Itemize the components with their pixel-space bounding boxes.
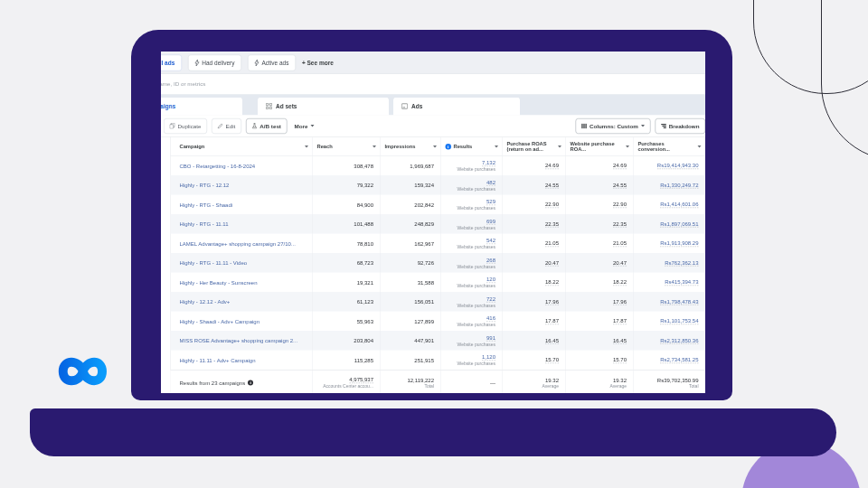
filter-had-delivery[interactable]: Had delivery bbox=[188, 54, 241, 70]
search-bar[interactable]: Search by name, ID or metrics bbox=[161, 74, 705, 95]
purchases-conversion-value[interactable]: Rs2,734,581.25 bbox=[660, 357, 698, 364]
campaign-link[interactable]: Highly - RTG - 11.11 - Video bbox=[180, 259, 248, 266]
results-value[interactable]: 7,132 bbox=[482, 160, 495, 167]
results-value[interactable]: 699 bbox=[486, 218, 495, 225]
footer-sublabel: Accounts Center accou... bbox=[323, 384, 373, 389]
website-purchase-roas-value[interactable]: 20.47 bbox=[613, 259, 627, 267]
ab-test-button[interactable]: A/B test bbox=[246, 118, 288, 134]
purchases-conversion-value[interactable]: Rs1,798,478.43 bbox=[660, 298, 698, 305]
results-value[interactable]: 416 bbox=[486, 315, 495, 323]
column-header-campaign[interactable]: Campaign bbox=[171, 137, 313, 155]
tab-ad-sets[interactable]: Ad sets bbox=[258, 98, 389, 116]
results-sublabel: Website purchases bbox=[458, 264, 495, 269]
campaign-link[interactable]: CBO - Retargetting - 16-8-2024 bbox=[180, 163, 256, 169]
table-row[interactable]: Highly - RTG - 12.12 79,322 159,324 482 … bbox=[171, 175, 705, 195]
campaign-link[interactable]: Highly - Her Beauty - Sunscreen bbox=[180, 279, 258, 286]
column-label: Purchase ROAS (return on ad... bbox=[507, 141, 557, 153]
filter-active-ads[interactable]: Active ads bbox=[248, 54, 296, 70]
results-value[interactable]: 722 bbox=[486, 296, 495, 303]
table-row[interactable]: Highly - RTG - 11.11 101,488 248,829 699… bbox=[171, 214, 705, 234]
columns-button[interactable]: Columns: Custom bbox=[575, 118, 650, 134]
column-header-website-purchase-roas[interactable]: Website purchase ROA... bbox=[566, 137, 634, 155]
tab-campaigns[interactable]: Campaigns bbox=[161, 98, 242, 116]
purchases-conversion-value[interactable]: Rs1,913,908.29 bbox=[660, 240, 698, 248]
column-header-purchase-roas[interactable]: Purchase ROAS (return on ad... bbox=[503, 137, 566, 155]
campaign-link[interactable]: MISS ROSE Advantage+ shopping campaign 2… bbox=[180, 337, 298, 343]
results-value[interactable]: 1,120 bbox=[482, 354, 495, 361]
breakdown-button[interactable]: Breakdown bbox=[655, 118, 705, 134]
results-value[interactable]: 120 bbox=[486, 277, 495, 284]
results-value[interactable]: 482 bbox=[486, 179, 495, 186]
tab-label: Ads bbox=[411, 103, 422, 110]
sort-caret-icon bbox=[495, 145, 498, 148]
see-more-button[interactable]: + See more bbox=[302, 60, 334, 67]
lightning-icon bbox=[194, 60, 199, 66]
purchase-roas-value[interactable]: 15.70 bbox=[545, 357, 559, 364]
more-button[interactable]: More bbox=[291, 123, 316, 129]
purchase-roas-value[interactable]: 17.96 bbox=[545, 298, 559, 305]
website-purchase-roas-value[interactable]: 22.90 bbox=[613, 202, 627, 209]
purchase-roas-value[interactable]: 24.69 bbox=[545, 163, 559, 170]
table-row[interactable]: Highly - Her Beauty - Sunscreen 19,321 3… bbox=[171, 273, 705, 293]
purchase-roas-value[interactable]: 18.22 bbox=[545, 279, 559, 286]
purchases-conversion-value[interactable]: Rs1,330,249.72 bbox=[660, 182, 698, 189]
table-row[interactable]: Highly - 12.12 - Adv+ 61,123 156,051 722… bbox=[171, 292, 705, 312]
website-purchase-roas-value[interactable]: 17.96 bbox=[613, 298, 627, 305]
column-header-reach[interactable]: Reach bbox=[313, 137, 381, 155]
campaign-link[interactable]: Highly - 11.11 - Adv+ Campaign bbox=[180, 357, 256, 363]
table-row[interactable]: MISS ROSE Advantage+ shopping campaign 2… bbox=[171, 331, 705, 351]
button-label: Edit bbox=[226, 123, 236, 129]
purchase-roas-value[interactable]: 21.05 bbox=[545, 240, 559, 248]
campaign-link[interactable]: LAMEL Advantage+ shopping campaign 27/10… bbox=[180, 240, 296, 247]
purchase-roas-value[interactable]: 20.47 bbox=[545, 259, 559, 267]
filter-chips-row: All ads Had delivery Active ads + See mo… bbox=[161, 52, 705, 74]
website-purchase-roas-value[interactable]: 15.70 bbox=[613, 357, 627, 364]
table-row[interactable]: LAMEL Advantage+ shopping campaign 27/10… bbox=[171, 234, 705, 254]
purchase-roas-value[interactable]: 22.90 bbox=[545, 202, 559, 209]
website-purchase-roas-value[interactable]: 16.45 bbox=[613, 337, 627, 344]
filter-all-ads[interactable]: All ads bbox=[161, 54, 182, 70]
table-row[interactable]: Highly - 11.11 - Adv+ Campaign 115,285 2… bbox=[171, 351, 705, 371]
campaign-link[interactable]: Highly - RTG - 12.12 bbox=[180, 182, 230, 188]
results-value[interactable]: 268 bbox=[486, 257, 495, 264]
campaign-link[interactable]: Highly - RTG - Shaadi bbox=[180, 202, 233, 208]
table-row[interactable]: Highly - RTG - Shaadi 84,900 202,842 529… bbox=[171, 195, 705, 215]
column-header-results[interactable]: Results bbox=[441, 137, 503, 155]
website-purchase-roas-value[interactable]: 22.35 bbox=[613, 221, 627, 228]
website-purchase-roas-value[interactable]: 24.69 bbox=[613, 163, 627, 170]
results-value[interactable]: 529 bbox=[486, 199, 495, 206]
purchases-conversion-value[interactable]: Rs415,394.73 bbox=[665, 279, 698, 286]
column-header-impressions[interactable]: Impressions bbox=[381, 137, 441, 155]
column-header-purchases-conversion[interactable]: Purchases conversion... bbox=[634, 137, 705, 155]
duplicate-button[interactable]: Duplicate bbox=[164, 118, 207, 134]
website-purchase-roas-value[interactable]: 21.05 bbox=[613, 240, 627, 248]
results-value[interactable]: 542 bbox=[486, 238, 495, 245]
purchases-conversion-value[interactable]: Rs1,101,753.54 bbox=[660, 318, 698, 325]
tab-ads[interactable]: Ads bbox=[393, 98, 520, 116]
campaign-link[interactable]: Highly - 12.12 - Adv+ bbox=[180, 298, 231, 305]
purchases-conversion-value[interactable]: Rs1,414,601.06 bbox=[660, 202, 698, 209]
campaign-link[interactable]: Highly - Shaadi - Adv+ Campaign bbox=[180, 318, 260, 324]
table-row[interactable]: CBO - Retargetting - 16-8-2024 308,478 1… bbox=[171, 156, 705, 176]
website-purchase-roas-value[interactable]: 17.87 bbox=[613, 318, 627, 325]
campaign-link[interactable]: Highly - RTG - 11.11 bbox=[180, 221, 229, 227]
purchase-roas-value[interactable]: 22.35 bbox=[545, 221, 559, 228]
purchases-conversion-value[interactable]: Rs1,897,069.51 bbox=[660, 221, 698, 228]
table-row[interactable]: Highly - RTG - 11.11 - Video 68,723 92,7… bbox=[171, 253, 705, 273]
footer-sublabel: Total bbox=[424, 383, 434, 389]
purchase-roas-value[interactable]: 17.87 bbox=[545, 318, 559, 325]
footer-value: 4,975,937 bbox=[349, 377, 373, 384]
table-row[interactable]: Highly - Shaadi - Adv+ Campaign 55,963 1… bbox=[171, 312, 705, 332]
results-value[interactable]: 991 bbox=[486, 334, 495, 342]
column-label: Reach bbox=[317, 144, 372, 150]
purchases-conversion-value[interactable]: Rs2,312,850.36 bbox=[660, 337, 698, 344]
sort-caret-icon bbox=[558, 145, 561, 148]
purchase-roas-value[interactable]: 24.55 bbox=[545, 182, 559, 189]
purchase-roas-value[interactable]: 16.45 bbox=[545, 337, 559, 344]
edit-button[interactable]: Edit bbox=[212, 118, 241, 134]
purchases-conversion-value[interactable]: Rs19,414,943.30 bbox=[657, 163, 699, 170]
website-purchase-roas-value[interactable]: 18.22 bbox=[613, 279, 627, 286]
impressions-value: 251,915 bbox=[414, 357, 434, 363]
purchases-conversion-value[interactable]: Rs762,362.13 bbox=[665, 259, 698, 267]
website-purchase-roas-value[interactable]: 24.55 bbox=[613, 182, 627, 189]
